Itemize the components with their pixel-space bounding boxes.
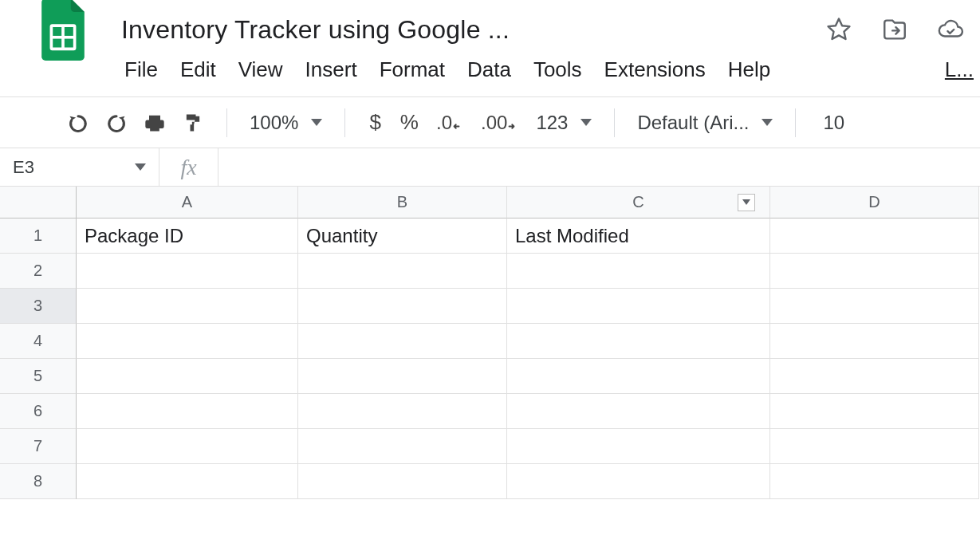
cell[interactable] [507, 324, 770, 359]
cell[interactable] [507, 394, 770, 429]
toolbar-separator [614, 108, 615, 137]
toolbar: 100% $ % .0 .00 123 Default (Ari... 10 [0, 97, 980, 148]
name-box-value: E3 [13, 157, 34, 178]
toolbar-separator [344, 108, 345, 137]
col-head-a[interactable]: A [77, 187, 298, 218]
filter-icon[interactable] [738, 194, 755, 211]
cell[interactable] [298, 289, 507, 324]
name-box[interactable]: E3 [0, 148, 159, 186]
chevron-down-icon [581, 119, 592, 126]
font-size-value[interactable]: 10 [810, 112, 857, 134]
font-family-dropdown[interactable]: Default (Ari... [629, 112, 781, 134]
print-button[interactable] [136, 107, 174, 139]
cell[interactable] [298, 324, 507, 359]
menu-format[interactable]: Format [380, 57, 445, 82]
fx-icon: fx [159, 148, 218, 186]
cell[interactable] [77, 324, 298, 359]
toolbar-separator [226, 108, 227, 137]
menu-insert[interactable]: Insert [305, 57, 357, 82]
cell[interactable] [298, 429, 507, 464]
row-head[interactable]: 7 [0, 429, 77, 464]
row-head[interactable]: 3 [0, 289, 77, 324]
cell[interactable] [507, 464, 770, 499]
move-to-folder-icon[interactable] [881, 16, 908, 43]
cell[interactable] [77, 394, 298, 429]
cell[interactable] [77, 429, 298, 464]
decrease-decimal-button[interactable]: .0 [428, 107, 473, 139]
cell[interactable] [770, 324, 979, 359]
row-head[interactable]: 1 [0, 218, 77, 254]
cell[interactable] [298, 254, 507, 289]
cell[interactable] [507, 254, 770, 289]
cell-a1[interactable]: Package ID [77, 218, 298, 254]
cell-d1[interactable] [770, 218, 979, 254]
cell[interactable] [298, 464, 507, 499]
percent-button[interactable]: % [391, 110, 428, 135]
formula-bar[interactable] [218, 148, 980, 186]
number-format-label: 123 [536, 112, 568, 134]
cell[interactable] [770, 289, 979, 324]
col-head-b[interactable]: B [298, 187, 507, 218]
zoom-dropdown[interactable]: 100% [242, 112, 330, 134]
undo-button[interactable] [59, 107, 97, 139]
menu-edit[interactable]: Edit [180, 57, 216, 82]
menu-overflow[interactable]: L... [945, 57, 974, 82]
paint-format-button[interactable] [174, 107, 212, 139]
cell[interactable] [507, 429, 770, 464]
select-all-corner[interactable] [0, 187, 77, 218]
row-head[interactable]: 8 [0, 464, 77, 499]
cell[interactable] [77, 464, 298, 499]
cell[interactable] [770, 359, 979, 394]
chevron-down-icon [135, 163, 146, 171]
menu-extensions[interactable]: Extensions [604, 57, 706, 82]
menu-view[interactable]: View [238, 57, 283, 82]
currency-button[interactable]: $ [360, 110, 390, 135]
sheets-logo[interactable] [38, 0, 88, 61]
menu-data[interactable]: Data [467, 57, 511, 82]
cell[interactable] [77, 289, 298, 324]
cell[interactable] [770, 394, 979, 429]
cell[interactable] [298, 359, 507, 394]
cell-b1[interactable]: Quantity [298, 218, 507, 254]
redo-button[interactable] [97, 107, 136, 139]
row-head[interactable]: 5 [0, 359, 77, 394]
cell[interactable] [770, 464, 979, 499]
cell-c1[interactable]: Last Modified [507, 218, 770, 254]
font-family-label: Default (Ari... [637, 112, 749, 134]
row-head[interactable]: 6 [0, 394, 77, 429]
doc-title[interactable]: Inventory Tracker using Google ... [121, 14, 616, 45]
star-icon[interactable] [825, 16, 852, 43]
row-head[interactable]: 2 [0, 254, 77, 289]
cell[interactable] [507, 289, 770, 324]
cell[interactable] [298, 394, 507, 429]
increase-decimal-button[interactable]: .00 [473, 107, 528, 139]
col-head-d[interactable]: D [770, 187, 979, 218]
zoom-value: 100% [250, 112, 298, 134]
col-head-c[interactable]: C [507, 187, 770, 218]
chevron-down-icon [311, 119, 322, 126]
cell[interactable] [77, 359, 298, 394]
chevron-down-icon [762, 119, 773, 126]
cell[interactable] [770, 429, 979, 464]
spreadsheet-grid: A B C D 1 Package ID Quantity Last Modif… [0, 187, 980, 499]
menu-tools[interactable]: Tools [533, 57, 582, 82]
row-head[interactable]: 4 [0, 324, 77, 359]
menu-help[interactable]: Help [728, 57, 770, 82]
menu-file[interactable]: File [124, 57, 158, 82]
cell[interactable] [770, 254, 979, 289]
menubar: File Edit View Insert Format Data Tools … [0, 51, 980, 97]
cell[interactable] [507, 359, 770, 394]
cloud-status-icon[interactable] [937, 16, 964, 43]
number-format-dropdown[interactable]: 123 [528, 112, 600, 134]
toolbar-separator [795, 108, 796, 137]
cell[interactable] [77, 254, 298, 289]
